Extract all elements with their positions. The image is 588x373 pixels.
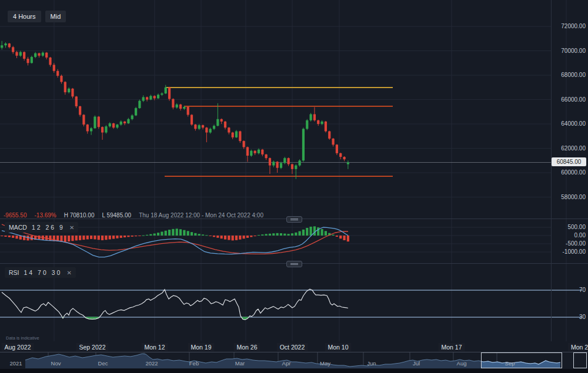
candle-body bbox=[328, 131, 330, 138]
candle-body bbox=[183, 107, 185, 109]
price-change-percent: -13.69% bbox=[34, 212, 56, 219]
macd-histogram-bar bbox=[216, 236, 219, 238]
candle-body bbox=[127, 119, 129, 123]
macd-histogram-bar bbox=[220, 236, 223, 238]
candle-body bbox=[135, 108, 137, 115]
macd-histogram-bar bbox=[75, 236, 78, 240]
rsi-legend: RSI 14 70 30 ✕ bbox=[5, 267, 76, 278]
candle-body bbox=[336, 145, 338, 153]
candle-body bbox=[220, 119, 223, 122]
chart-canvas[interactable] bbox=[0, 0, 588, 373]
candle-body bbox=[299, 160, 301, 165]
candle-body bbox=[93, 117, 96, 129]
candle-body bbox=[339, 153, 342, 157]
navigator-month-label: Apr bbox=[282, 360, 291, 367]
macd-histogram-bar bbox=[232, 236, 234, 240]
candle-body bbox=[68, 89, 70, 92]
candle-body bbox=[313, 114, 316, 120]
rsi-axis-label: 70 bbox=[579, 287, 586, 293]
candle-body bbox=[45, 53, 48, 58]
candle-body bbox=[272, 162, 275, 165]
candle-body bbox=[142, 97, 145, 100]
macd-histogram-bar bbox=[116, 236, 118, 238]
price-mode-button[interactable]: Mid bbox=[45, 11, 66, 22]
macd-histogram-bar bbox=[276, 233, 279, 236]
macd-histogram-bar bbox=[332, 234, 334, 236]
macd-histogram-bar bbox=[138, 236, 141, 236]
candle-body bbox=[49, 58, 51, 65]
candle-body bbox=[12, 47, 14, 52]
navigator-month-label: Jul bbox=[413, 360, 420, 367]
rsi-close-icon[interactable]: ✕ bbox=[66, 270, 71, 276]
navigator-right-box[interactable] bbox=[574, 353, 587, 368]
candle-body bbox=[228, 127, 230, 132]
time-axis-label: Mon 19 bbox=[188, 343, 214, 351]
candle-body bbox=[98, 117, 100, 127]
price-axis-label: 66000.00 bbox=[561, 96, 586, 103]
macd-histogram-bar bbox=[49, 236, 51, 241]
macd-histogram-bar bbox=[283, 234, 286, 236]
macd-histogram-bar bbox=[123, 236, 126, 237]
candle-body bbox=[239, 131, 241, 141]
macd-histogram-bar bbox=[142, 236, 145, 236]
macd-histogram-bar bbox=[261, 234, 263, 236]
macd-histogram-bar bbox=[82, 236, 85, 240]
macd-close-icon[interactable]: ✕ bbox=[69, 224, 74, 231]
candle-body bbox=[101, 127, 103, 132]
candle-body bbox=[112, 123, 115, 127]
navigator-month-label: Jun bbox=[367, 360, 376, 367]
rsi-label: RSI bbox=[9, 269, 19, 276]
macd-histogram-bar bbox=[127, 236, 129, 237]
navigator-month-label: Mar bbox=[235, 360, 245, 367]
candle-body bbox=[295, 166, 297, 169]
macd-histogram-bar bbox=[86, 236, 89, 239]
candle-body bbox=[276, 162, 279, 167]
macd-axis-label: -1000.00 bbox=[563, 248, 586, 255]
macd-histogram-bar bbox=[8, 236, 11, 237]
candle-body bbox=[283, 158, 286, 163]
interval-button[interactable]: 4 Hours bbox=[8, 11, 41, 22]
macd-histogram-bar bbox=[105, 236, 107, 240]
date-range: Thu 18 Aug 2022 12:00 - Mon 24 Oct 2022 … bbox=[139, 212, 263, 219]
status-bar: -9655.50 -13.69% H 70810.00 L 59485.00 T… bbox=[4, 212, 263, 219]
panel-resize-handle-rsi[interactable] bbox=[286, 261, 302, 267]
macd-histogram-bar bbox=[153, 234, 156, 236]
candle-body bbox=[153, 96, 156, 98]
candle-body bbox=[176, 105, 178, 107]
candle-body bbox=[216, 119, 219, 126]
candle-body bbox=[325, 122, 327, 132]
candle-body bbox=[109, 123, 111, 126]
candle-body bbox=[332, 139, 334, 145]
macd-histogram-bar bbox=[339, 236, 342, 238]
candle-body bbox=[194, 125, 196, 129]
candle-body bbox=[168, 88, 171, 99]
macd-histogram-bar bbox=[71, 236, 74, 241]
scrollbar-track[interactable] bbox=[0, 369, 588, 373]
macd-legend: MACD 12 26 9 ✕ bbox=[5, 222, 78, 233]
macd-histogram-bar bbox=[131, 236, 133, 237]
macd-histogram-bar bbox=[12, 236, 14, 238]
macd-histogram-bar bbox=[272, 233, 275, 236]
macd-histogram-bar bbox=[109, 236, 111, 239]
panel-resize-handle-macd[interactable] bbox=[286, 216, 302, 223]
candle-body bbox=[179, 105, 182, 109]
macd-histogram-bar bbox=[336, 236, 338, 237]
macd-histogram-bar bbox=[239, 236, 241, 240]
macd-histogram-bar bbox=[98, 236, 100, 240]
candle-body bbox=[213, 126, 215, 129]
time-axis-label: Mon 24 bbox=[568, 343, 588, 351]
candle-body bbox=[4, 43, 6, 45]
toolbar: 4 Hours Mid bbox=[8, 11, 66, 22]
chart-app: 4 Hours Mid -9655.50 -13.69% H 70810.00 … bbox=[0, 0, 588, 373]
navigator-month-label: Feb bbox=[189, 360, 199, 367]
macd-histogram-bar bbox=[317, 227, 319, 236]
macd-histogram-bar bbox=[213, 236, 215, 237]
price-axis-label: 60000.00 bbox=[561, 169, 586, 176]
navigator-month-label: Sep bbox=[505, 360, 515, 367]
macd-histogram-bar bbox=[246, 236, 249, 238]
candle-body bbox=[71, 89, 74, 96]
macd-histogram-bar bbox=[250, 236, 252, 237]
candle-body bbox=[224, 122, 226, 127]
candle-body bbox=[165, 88, 167, 93]
time-axis-label: Mon 12 bbox=[141, 343, 168, 351]
